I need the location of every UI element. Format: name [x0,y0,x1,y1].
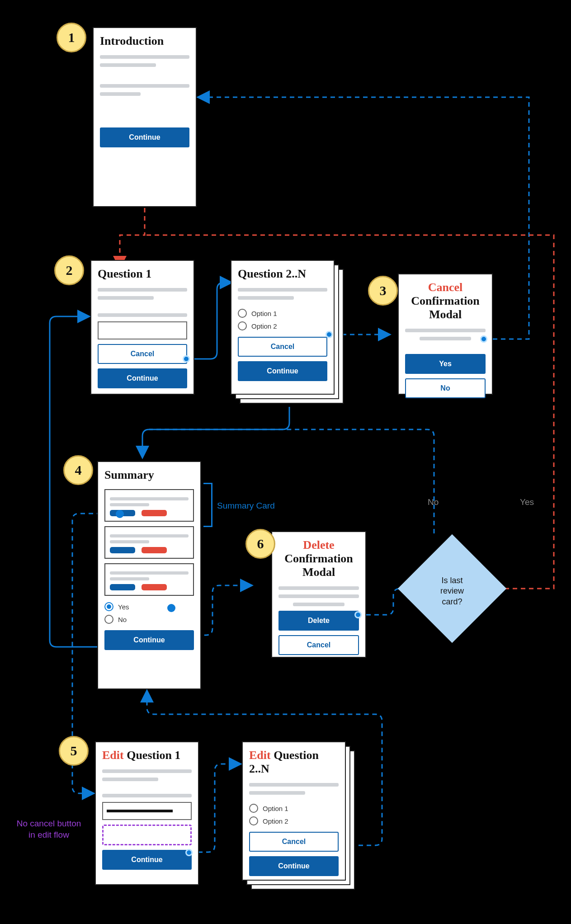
q1-title: Question 1 [91,261,193,283]
intro-continue-button[interactable]: Continue [100,127,189,147]
step-badge-3: 3 [368,276,398,306]
connector-dot [354,611,362,618]
summary-no-option[interactable]: No [98,613,200,626]
q1-continue-button[interactable]: Continue [98,368,187,388]
cancel-modal-title: Cancel Confirmation Modal [399,274,492,324]
diamond-yes-label: Yes [520,497,534,507]
qN-title: Question 2..N [231,261,334,283]
summary-item-2 [104,526,194,559]
qN-option2[interactable]: Option 2 [231,320,334,332]
radio-off-icon [238,309,247,318]
connector-dot [480,335,487,343]
edit-qN-title: Edit Question 2..N [243,742,345,778]
step-badge-1: 1 [57,23,86,52]
edit-qN-option2[interactable]: Option 2 [243,815,345,827]
no-cancel-note: No cancel button in edit flow [8,818,90,840]
q1-cancel-button[interactable]: Cancel [98,344,187,364]
summary-yes-option[interactable]: Yes [98,600,200,613]
radio-off-icon [249,804,258,813]
connector-dot [167,604,175,612]
delete-pill[interactable] [142,547,167,553]
edit-qN-card: Edit Question 2..N Option 1 Option 2 Can… [242,741,346,881]
summary-title: Summary [98,462,200,485]
edit-pill[interactable] [110,584,135,590]
delete-modal-cancel-button[interactable]: Cancel [278,635,359,655]
edit-q1-title: Edit Question 1 [96,742,198,765]
radio-off-icon [238,321,247,330]
delete-modal-card: Delete Confirmation Modal Delete Cancel [271,531,366,658]
edit-q1-continue-button[interactable]: Continue [102,850,192,870]
intro-title: Introduction [94,28,196,51]
summary-continue-button[interactable]: Continue [104,630,194,650]
step-badge-4: 4 [63,455,93,485]
questionN-card: Question 2..N Option 1 Option 2 Cancel C… [231,260,335,395]
step-badge-2: 2 [54,255,84,285]
connector-dot [326,331,333,338]
delete-pill[interactable] [142,510,167,516]
edit-qN-cancel-button[interactable]: Cancel [249,832,339,852]
cancel-modal-yes-button[interactable]: Yes [405,354,486,374]
edit-qN-continue-button[interactable]: Continue [249,856,339,876]
qN-cancel-button[interactable]: Cancel [238,337,327,357]
qN-continue-button[interactable]: Continue [238,361,327,381]
summary-item-3 [104,563,194,596]
qN-option1[interactable]: Option 1 [231,307,334,320]
connector-dot [185,849,193,856]
connector-dot [183,355,190,363]
summary-card: Summary Yes No Continue [97,461,201,689]
delete-modal-title: Delete Confirmation Modal [272,532,365,582]
step-badge-6: 6 [245,529,275,559]
radio-on-icon [104,602,113,611]
diamond-no-label: No [428,497,439,507]
edit-q1-text-input[interactable] [102,802,192,820]
cancel-modal-card: Cancel Confirmation Modal Yes No [398,273,493,395]
decision-diamond-label: Is last review card? [414,575,491,607]
edit-pill[interactable] [110,547,135,553]
cancel-modal-no-button[interactable]: No [405,378,486,398]
edit-q1-card: Edit Question 1 Continue [95,741,199,885]
missing-cancel-placeholder [102,825,192,845]
radio-off-icon [104,615,113,624]
edit-qN-option1[interactable]: Option 1 [243,802,345,815]
summary-card-label: Summary Card [217,501,275,511]
delete-pill[interactable] [142,584,167,590]
delete-modal-delete-button[interactable]: Delete [278,611,359,631]
summary-card-bracket [203,483,212,527]
q1-text-input[interactable] [98,321,187,339]
connector-dot [116,510,124,518]
radio-off-icon [249,816,258,825]
intro-card: Introduction Continue [93,27,197,207]
question1-card: Question 1 Cancel Continue [90,260,194,395]
step-badge-5: 5 [59,736,89,766]
